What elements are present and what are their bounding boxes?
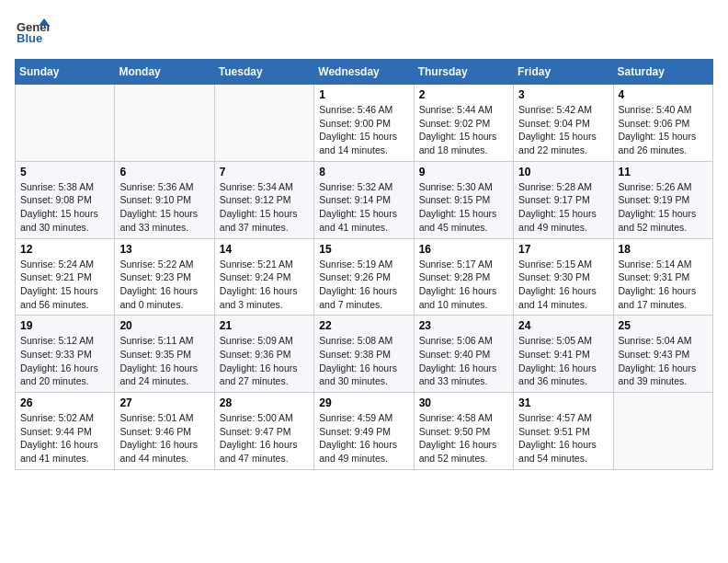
calendar-cell: 21Sunrise: 5:09 AM Sunset: 9:36 PM Dayli… — [214, 316, 313, 393]
day-info: Sunrise: 5:05 AM Sunset: 9:41 PM Dayligh… — [518, 334, 608, 388]
day-number: 6 — [119, 166, 209, 178]
day-info: Sunrise: 5:12 AM Sunset: 9:33 PM Dayligh… — [20, 334, 109, 388]
calendar-cell: 29Sunrise: 4:59 AM Sunset: 9:49 PM Dayli… — [314, 393, 414, 470]
day-info: Sunrise: 5:22 AM Sunset: 9:23 PM Dayligh… — [119, 258, 209, 312]
day-info: Sunrise: 5:38 AM Sunset: 9:08 PM Dayligh… — [20, 180, 109, 235]
day-number: 24 — [518, 319, 608, 332]
calendar-cell — [16, 85, 115, 162]
day-info: Sunrise: 5:04 AM Sunset: 9:43 PM Dayligh… — [619, 334, 708, 388]
day-info: Sunrise: 5:02 AM Sunset: 9:44 PM Dayligh… — [20, 411, 109, 465]
calendar-cell: 30Sunrise: 4:58 AM Sunset: 9:50 PM Dayli… — [414, 393, 513, 470]
day-info: Sunrise: 5:08 AM Sunset: 9:38 PM Dayligh… — [319, 334, 408, 388]
day-number: 11 — [619, 166, 708, 178]
day-number: 14 — [220, 243, 309, 256]
day-info: Sunrise: 5:32 AM Sunset: 9:14 PM Dayligh… — [319, 180, 408, 235]
day-info: Sunrise: 5:01 AM Sunset: 9:46 PM Dayligh… — [119, 411, 209, 465]
day-number: 13 — [119, 243, 209, 256]
column-header-tuesday: Tuesday — [214, 60, 313, 85]
calendar-cell: 17Sunrise: 5:15 AM Sunset: 9:30 PM Dayli… — [514, 238, 613, 316]
calendar-cell: 11Sunrise: 5:26 AM Sunset: 9:19 PM Dayli… — [613, 161, 712, 238]
calendar-week-5: 26Sunrise: 5:02 AM Sunset: 9:44 PM Dayli… — [16, 393, 713, 470]
day-info: Sunrise: 5:19 AM Sunset: 9:26 PM Dayligh… — [319, 258, 408, 312]
calendar-cell: 28Sunrise: 5:00 AM Sunset: 9:47 PM Dayli… — [214, 393, 313, 470]
page-header: General Blue — [15, 15, 713, 53]
calendar-cell: 5Sunrise: 5:38 AM Sunset: 9:08 PM Daylig… — [16, 161, 115, 238]
calendar-cell: 20Sunrise: 5:11 AM Sunset: 9:35 PM Dayli… — [115, 316, 214, 393]
column-header-wednesday: Wednesday — [314, 60, 414, 85]
column-header-monday: Monday — [115, 60, 214, 85]
svg-text:Blue: Blue — [17, 31, 42, 45]
day-info: Sunrise: 5:14 AM Sunset: 9:31 PM Dayligh… — [619, 258, 708, 312]
day-number: 2 — [419, 88, 508, 101]
day-info: Sunrise: 5:34 AM Sunset: 9:12 PM Dayligh… — [220, 180, 309, 235]
day-number: 5 — [20, 166, 109, 178]
calendar-week-1: 1Sunrise: 5:46 AM Sunset: 9:00 PM Daylig… — [16, 85, 713, 162]
day-number: 7 — [220, 166, 309, 178]
calendar-week-3: 12Sunrise: 5:24 AM Sunset: 9:21 PM Dayli… — [16, 238, 713, 316]
day-number: 29 — [319, 396, 408, 409]
day-info: Sunrise: 5:44 AM Sunset: 9:02 PM Dayligh… — [419, 103, 508, 157]
calendar-cell: 27Sunrise: 5:01 AM Sunset: 9:46 PM Dayli… — [115, 393, 214, 470]
calendar-cell: 25Sunrise: 5:04 AM Sunset: 9:43 PM Dayli… — [613, 316, 712, 393]
calendar-cell: 12Sunrise: 5:24 AM Sunset: 9:21 PM Dayli… — [16, 238, 115, 316]
day-number: 28 — [220, 396, 309, 409]
day-info: Sunrise: 4:59 AM Sunset: 9:49 PM Dayligh… — [319, 411, 408, 465]
day-info: Sunrise: 4:57 AM Sunset: 9:51 PM Dayligh… — [518, 411, 608, 465]
day-number: 21 — [220, 319, 309, 332]
day-number: 18 — [619, 243, 708, 256]
calendar-cell: 9Sunrise: 5:30 AM Sunset: 9:15 PM Daylig… — [414, 161, 513, 238]
day-number: 15 — [319, 243, 408, 256]
calendar-cell: 31Sunrise: 4:57 AM Sunset: 9:51 PM Dayli… — [514, 393, 613, 470]
day-info: Sunrise: 5:21 AM Sunset: 9:24 PM Dayligh… — [220, 258, 309, 312]
day-info: Sunrise: 5:24 AM Sunset: 9:21 PM Dayligh… — [20, 258, 109, 312]
day-number: 9 — [419, 166, 508, 178]
calendar-cell: 7Sunrise: 5:34 AM Sunset: 9:12 PM Daylig… — [214, 161, 313, 238]
day-number: 19 — [20, 319, 109, 332]
calendar-cell: 14Sunrise: 5:21 AM Sunset: 9:24 PM Dayli… — [214, 238, 313, 316]
calendar-cell — [613, 393, 712, 470]
calendar-cell — [214, 85, 313, 162]
day-info: Sunrise: 5:17 AM Sunset: 9:28 PM Dayligh… — [419, 258, 508, 312]
calendar-table: SundayMondayTuesdayWednesdayThursdayFrid… — [15, 59, 713, 470]
day-number: 27 — [119, 396, 209, 409]
day-number: 12 — [20, 243, 109, 256]
day-info: Sunrise: 5:06 AM Sunset: 9:40 PM Dayligh… — [419, 334, 508, 388]
calendar-cell: 8Sunrise: 5:32 AM Sunset: 9:14 PM Daylig… — [314, 161, 414, 238]
column-header-saturday: Saturday — [613, 60, 712, 85]
calendar-cell: 13Sunrise: 5:22 AM Sunset: 9:23 PM Dayli… — [115, 238, 214, 316]
day-number: 16 — [419, 243, 508, 256]
calendar-cell: 23Sunrise: 5:06 AM Sunset: 9:40 PM Dayli… — [414, 316, 513, 393]
day-number: 17 — [518, 243, 608, 256]
day-number: 26 — [20, 396, 109, 409]
day-number: 20 — [119, 319, 209, 332]
day-number: 8 — [319, 166, 408, 178]
day-number: 4 — [619, 88, 708, 101]
day-info: Sunrise: 5:26 AM Sunset: 9:19 PM Dayligh… — [619, 180, 708, 235]
calendar-cell: 16Sunrise: 5:17 AM Sunset: 9:28 PM Dayli… — [414, 238, 513, 316]
day-info: Sunrise: 5:00 AM Sunset: 9:47 PM Dayligh… — [220, 411, 309, 465]
day-info: Sunrise: 5:40 AM Sunset: 9:06 PM Dayligh… — [619, 103, 708, 157]
calendar-week-2: 5Sunrise: 5:38 AM Sunset: 9:08 PM Daylig… — [16, 161, 713, 238]
calendar-cell: 19Sunrise: 5:12 AM Sunset: 9:33 PM Dayli… — [16, 316, 115, 393]
column-header-friday: Friday — [514, 60, 613, 85]
calendar-cell: 1Sunrise: 5:46 AM Sunset: 9:00 PM Daylig… — [314, 85, 414, 162]
day-info: Sunrise: 5:42 AM Sunset: 9:04 PM Dayligh… — [518, 103, 608, 157]
logo-graphic: General Blue — [15, 15, 50, 53]
calendar-cell: 10Sunrise: 5:28 AM Sunset: 9:17 PM Dayli… — [514, 161, 613, 238]
calendar-cell: 26Sunrise: 5:02 AM Sunset: 9:44 PM Dayli… — [16, 393, 115, 470]
column-header-thursday: Thursday — [414, 60, 513, 85]
calendar-cell: 2Sunrise: 5:44 AM Sunset: 9:02 PM Daylig… — [414, 85, 513, 162]
logo: General Blue — [15, 15, 50, 53]
day-number: 31 — [518, 396, 608, 409]
day-info: Sunrise: 5:30 AM Sunset: 9:15 PM Dayligh… — [419, 180, 508, 235]
day-number: 22 — [319, 319, 408, 332]
calendar-cell: 15Sunrise: 5:19 AM Sunset: 9:26 PM Dayli… — [314, 238, 414, 316]
calendar-header-row: SundayMondayTuesdayWednesdayThursdayFrid… — [16, 60, 713, 85]
day-info: Sunrise: 5:15 AM Sunset: 9:30 PM Dayligh… — [518, 258, 608, 312]
calendar-cell: 6Sunrise: 5:36 AM Sunset: 9:10 PM Daylig… — [115, 161, 214, 238]
day-info: Sunrise: 5:36 AM Sunset: 9:10 PM Dayligh… — [119, 180, 209, 235]
day-info: Sunrise: 5:28 AM Sunset: 9:17 PM Dayligh… — [518, 180, 608, 235]
calendar-cell: 24Sunrise: 5:05 AM Sunset: 9:41 PM Dayli… — [514, 316, 613, 393]
day-number: 3 — [518, 88, 608, 101]
calendar-week-4: 19Sunrise: 5:12 AM Sunset: 9:33 PM Dayli… — [16, 316, 713, 393]
